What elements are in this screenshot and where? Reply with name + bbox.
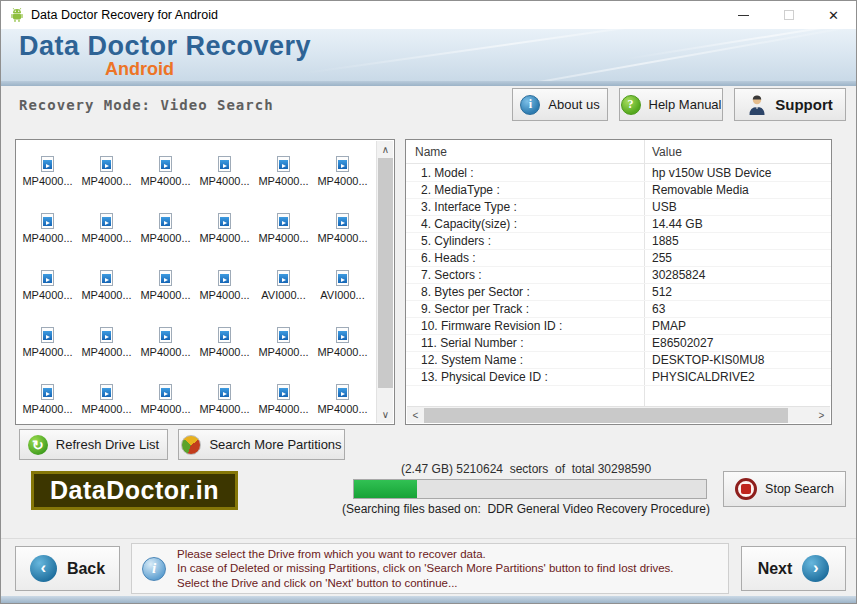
table-row[interactable]: 6. Heads : 255 xyxy=(406,250,831,267)
file-item[interactable]: MP4000... xyxy=(195,369,254,423)
table-row[interactable]: 12. System Name : DESKTOP-KIS0MU8 xyxy=(406,352,831,369)
scrollbar-thumb[interactable] xyxy=(378,158,393,388)
android-app-icon xyxy=(9,7,25,23)
file-item[interactable]: AVI000... xyxy=(313,255,372,312)
info-icon: i xyxy=(520,95,540,115)
back-label: Back xyxy=(67,560,105,578)
refresh-drive-list-button[interactable]: ↻ Refresh Drive List xyxy=(19,429,168,460)
file-item[interactable]: MP4000... xyxy=(254,198,313,255)
maximize-button[interactable] xyxy=(766,1,811,29)
vertical-scrollbar[interactable]: ∧ ∨ xyxy=(376,141,393,423)
file-item[interactable]: MP4000... xyxy=(313,312,372,369)
table-body: 1. Model : hp v150w USB Device 2. MediaT… xyxy=(406,165,831,386)
property-value: 14.44 GB xyxy=(652,217,703,231)
property-value: 255 xyxy=(652,251,672,265)
property-value: DESKTOP-KIS0MU8 xyxy=(652,353,764,367)
support-label: Support xyxy=(775,96,833,113)
next-button[interactable]: Next › xyxy=(741,546,846,591)
file-item[interactable]: MP4000... xyxy=(77,312,136,369)
property-name: 9. Sector per Track : xyxy=(421,302,529,316)
stop-search-button[interactable]: Stop Search xyxy=(723,471,846,507)
property-name: 8. Bytes per Sector : xyxy=(421,285,530,299)
table-row[interactable]: 3. Interface Type : USB xyxy=(406,199,831,216)
property-name: 7. Sectors : xyxy=(421,268,482,282)
horizontal-scrollbar[interactable]: < > xyxy=(407,406,830,423)
progress-bar xyxy=(353,479,707,499)
file-item[interactable]: MP4000... xyxy=(77,141,136,198)
table-row[interactable]: 5. Cylinders : 1885 xyxy=(406,233,831,250)
file-item[interactable]: MP4000... xyxy=(136,369,195,423)
file-item[interactable]: AVI000... xyxy=(254,255,313,312)
brand-title: Data Doctor Recovery xyxy=(19,31,311,62)
file-item[interactable]: MP4000... xyxy=(77,198,136,255)
scroll-up-icon[interactable]: ∧ xyxy=(377,141,394,158)
table-row[interactable]: 7. Sectors : 30285824 xyxy=(406,267,831,284)
table-row[interactable]: 11. Serial Number : E86502027 xyxy=(406,335,831,352)
table-row[interactable]: 9. Sector per Track : 63 xyxy=(406,301,831,318)
property-name: 5. Cylinders : xyxy=(421,234,491,248)
file-name-label: AVI000... xyxy=(261,289,305,301)
table-row[interactable]: 13. Physical Device ID : PHYSICALDRIVE2 xyxy=(406,369,831,386)
video-file-icon xyxy=(336,384,349,400)
file-item[interactable]: MP4000... xyxy=(18,369,77,423)
datadoctor-logo: DataDoctor.in xyxy=(31,471,238,510)
file-item[interactable]: MP4000... xyxy=(254,141,313,198)
scrollbar-thumb[interactable] xyxy=(424,408,788,423)
file-item[interactable]: MP4000... xyxy=(18,312,77,369)
about-us-button[interactable]: i About us xyxy=(512,88,608,121)
file-item[interactable]: MP4000... xyxy=(195,141,254,198)
file-name-label: MP4000... xyxy=(317,232,367,244)
minimize-icon xyxy=(738,15,749,16)
table-row[interactable]: 8. Bytes per Sector : 512 xyxy=(406,284,831,301)
file-item[interactable]: MP4000... xyxy=(195,312,254,369)
property-name: 12. System Name : xyxy=(421,353,523,367)
file-item[interactable]: MP4000... xyxy=(18,198,77,255)
file-item[interactable]: MP4000... xyxy=(136,141,195,198)
file-item[interactable]: MP4000... xyxy=(18,255,77,312)
minimize-button[interactable] xyxy=(721,1,766,29)
next-chevron-icon: › xyxy=(802,555,829,582)
property-value: E86502027 xyxy=(652,336,713,350)
scroll-down-icon[interactable]: ∨ xyxy=(377,406,394,423)
file-item[interactable]: MP4000... xyxy=(136,198,195,255)
close-button[interactable]: ✕ xyxy=(811,1,856,29)
window-title: Data Doctor Recovery for Android xyxy=(31,8,218,22)
back-button[interactable]: ‹ Back xyxy=(15,546,120,591)
video-file-icon xyxy=(41,327,54,343)
file-item[interactable]: MP4000... xyxy=(195,255,254,312)
instruction-line: In case of Deleted or missing Partitions… xyxy=(177,561,674,576)
video-file-icon xyxy=(277,327,290,343)
progress-fill xyxy=(354,480,417,498)
file-item[interactable]: MP4000... xyxy=(18,141,77,198)
video-file-icon xyxy=(41,270,54,286)
file-name-label: MP4000... xyxy=(22,346,72,358)
table-row[interactable]: 10. Firmware Revision ID : PMAP xyxy=(406,318,831,335)
file-name-label: MP4000... xyxy=(199,289,249,301)
file-item[interactable]: MP4000... xyxy=(313,141,372,198)
file-item[interactable]: MP4000... xyxy=(77,369,136,423)
file-item[interactable]: MP4000... xyxy=(313,198,372,255)
scroll-right-icon[interactable]: > xyxy=(813,407,830,424)
file-name-label: MP4000... xyxy=(199,175,249,187)
help-manual-button[interactable]: ? Help Manual xyxy=(619,88,723,121)
file-item[interactable]: MP4000... xyxy=(136,255,195,312)
file-item[interactable]: MP4000... xyxy=(254,312,313,369)
search-more-partitions-button[interactable]: Search More Partitions xyxy=(178,429,345,460)
file-item[interactable]: MP4000... xyxy=(254,369,313,423)
support-button[interactable]: Support xyxy=(734,88,846,121)
about-us-label: About us xyxy=(548,97,599,112)
scroll-left-icon[interactable]: < xyxy=(407,407,424,424)
file-name-label: MP4000... xyxy=(140,232,190,244)
table-row[interactable]: 4. Capacity(size) : 14.44 GB xyxy=(406,216,831,233)
name-column-header: Name xyxy=(415,145,447,159)
file-name-label: MP4000... xyxy=(22,232,72,244)
bottom-border-strip xyxy=(1,596,856,603)
table-row[interactable]: 2. MediaType : Removable Media xyxy=(406,182,831,199)
file-item[interactable]: MP4000... xyxy=(313,369,372,423)
table-row[interactable]: 1. Model : hp v150w USB Device xyxy=(406,165,831,182)
partitions-label: Search More Partitions xyxy=(209,437,341,452)
file-item[interactable]: MP4000... xyxy=(77,255,136,312)
file-item[interactable]: MP4000... xyxy=(136,312,195,369)
video-file-icon xyxy=(218,270,231,286)
file-item[interactable]: MP4000... xyxy=(195,198,254,255)
